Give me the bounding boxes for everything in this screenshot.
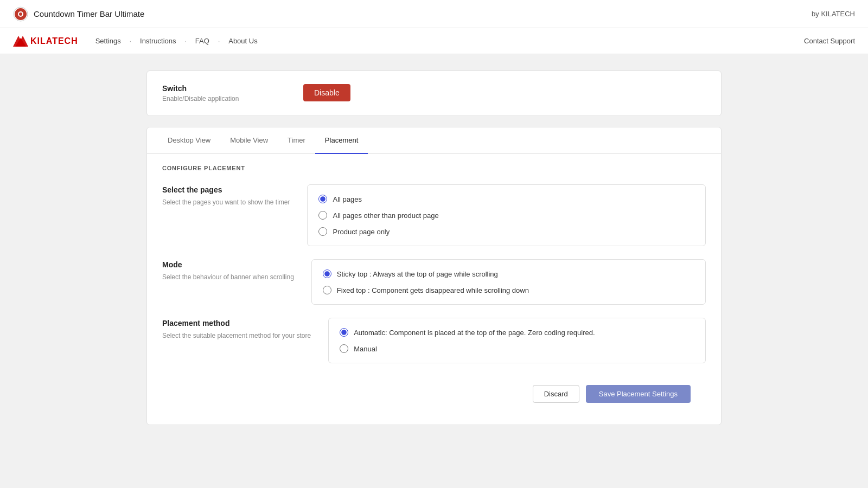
pages-options: All pages All pages other than product p…: [307, 184, 706, 246]
save-button[interactable]: Save Placement Settings: [586, 385, 691, 403]
switch-card: Switch Enable/Disable application Disabl…: [146, 70, 722, 116]
placement-method-description: Select the suitable placement method for…: [162, 331, 311, 341]
placement-method-label: Placement method Select the suitable pla…: [162, 318, 311, 363]
mode-options: Sticky top : Always at the top of page w…: [311, 259, 706, 305]
manual-label: Manual: [354, 345, 377, 353]
top-bar: Countdown Timer Bar Ultimate by KILATECH: [0, 0, 868, 28]
discard-button[interactable]: Discard: [533, 385, 579, 403]
app-title: Countdown Timer Bar Ultimate: [34, 9, 144, 18]
all-pages-label: All pages: [333, 195, 361, 203]
app-icon: [13, 7, 28, 22]
tab-desktop-view[interactable]: Desktop View: [158, 127, 220, 154]
svg-point-3: [19, 12, 22, 16]
mode-title: Mode: [162, 260, 294, 269]
option-all-pages[interactable]: All pages: [318, 195, 694, 203]
settings-row-mode: Mode Select the behaviour of banner when…: [162, 259, 706, 305]
automatic-label: Automatic: Component is placed at the to…: [354, 329, 595, 337]
form-footer: Discard Save Placement Settings: [162, 376, 706, 414]
tabs-header: Desktop View Mobile View Timer Placement: [147, 127, 721, 154]
product-only-label: Product page only: [333, 228, 390, 236]
mode-label: Mode Select the behaviour of banner when…: [162, 259, 294, 305]
main-content: Switch Enable/Disable application Disabl…: [136, 54, 732, 441]
switch-description: Enable/Disable application: [162, 95, 282, 102]
nav-faq[interactable]: FAQ: [195, 37, 209, 45]
option-all-except-product[interactable]: All pages other than product page: [318, 211, 694, 220]
option-fixed-top[interactable]: Fixed top : Component gets disappeared w…: [323, 286, 694, 294]
logo-text: KILATECH: [30, 36, 78, 46]
tab-placement[interactable]: Placement: [315, 127, 368, 154]
placement-method-title: Placement method: [162, 319, 311, 328]
option-product-only[interactable]: Product page only: [318, 227, 694, 236]
logo-icon: [13, 34, 30, 49]
pages-description: Select the pages you want to show the ti…: [162, 197, 290, 207]
configure-section: CONFIGURE PLACEMENT Select the pages Sel…: [147, 154, 721, 425]
option-manual[interactable]: Manual: [340, 344, 694, 353]
switch-label: Switch Enable/Disable application: [162, 84, 282, 102]
pages-label: Select the pages Select the pages you wa…: [162, 184, 290, 246]
mode-description: Select the behaviour of banner when scro…: [162, 272, 294, 282]
nav-about[interactable]: About Us: [228, 37, 257, 45]
logo: KILATECH: [13, 34, 78, 49]
fixed-top-label: Fixed top : Component gets disappeared w…: [337, 286, 529, 294]
disable-button[interactable]: Disable: [303, 84, 350, 101]
settings-row-placement-method: Placement method Select the suitable pla…: [162, 318, 706, 363]
pages-title: Select the pages: [162, 185, 290, 194]
nav-left: KILATECH Settings · Instructions · FAQ ·…: [13, 34, 258, 49]
contact-support[interactable]: Contact Support: [804, 37, 855, 45]
configure-title: CONFIGURE PLACEMENT: [162, 165, 706, 171]
switch-section: Switch Enable/Disable application Disabl…: [162, 84, 706, 102]
option-automatic[interactable]: Automatic: Component is placed at the to…: [340, 328, 694, 337]
nav-settings[interactable]: Settings: [95, 37, 121, 45]
switch-title: Switch: [162, 84, 282, 93]
nav-bar: KILATECH Settings · Instructions · FAQ ·…: [0, 28, 868, 54]
tab-mobile-view[interactable]: Mobile View: [220, 127, 278, 154]
tabs-card: Desktop View Mobile View Timer Placement…: [146, 127, 722, 425]
all-except-product-label: All pages other than product page: [333, 211, 438, 220]
sticky-top-label: Sticky top : Always at the top of page w…: [337, 270, 498, 278]
placement-method-options: Automatic: Component is placed at the to…: [328, 318, 706, 363]
top-bar-left: Countdown Timer Bar Ultimate: [13, 7, 144, 22]
settings-row-pages: Select the pages Select the pages you wa…: [162, 184, 706, 246]
by-label: by KILATECH: [812, 10, 855, 18]
option-sticky-top[interactable]: Sticky top : Always at the top of page w…: [323, 269, 694, 278]
tab-timer[interactable]: Timer: [278, 127, 315, 154]
nav-instructions[interactable]: Instructions: [140, 37, 176, 45]
